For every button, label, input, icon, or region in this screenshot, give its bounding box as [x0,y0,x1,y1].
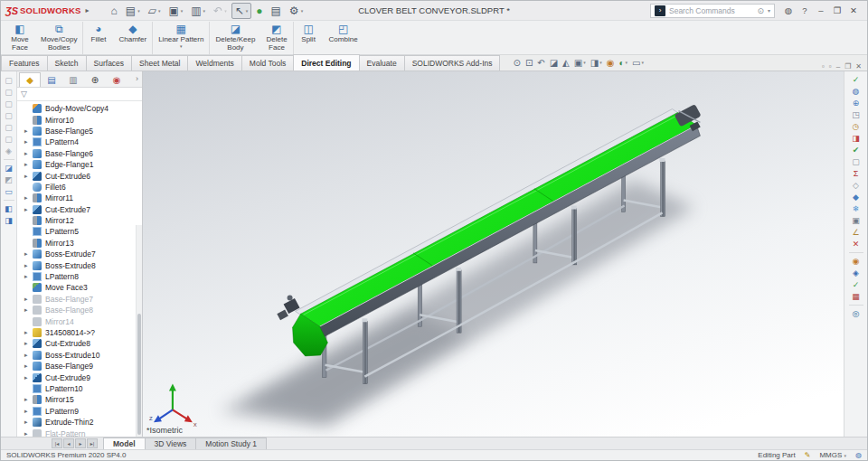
sheet-tab[interactable]: Motion Study 1 [195,437,267,449]
quick-access-button-undo[interactable]: ↶ [210,3,231,19]
right-toolbar-icon-target-tool[interactable]: ◎ [848,308,864,319]
ribbon-button[interactable]: ◰ Combine [324,22,363,54]
right-toolbar-icon-sep-2[interactable] [849,305,863,306]
quick-access-button-options[interactable]: ⚙ [286,3,307,19]
feature-tree-item[interactable]: ▸ 314508014->? [17,327,142,338]
panel-tab-displaymanager-tab[interactable]: ◉ [106,72,127,87]
right-toolbar-icon-trim-tool[interactable]: ◇ [848,180,864,191]
right-toolbar-icon-sensors[interactable]: ◷ [848,121,864,132]
feature-tree-item[interactable]: ▸ Mirror15 [17,394,142,405]
ribbon-tab[interactable]: Sheet Metal [131,55,188,71]
right-toolbar-icon-freeze-bar[interactable]: ❄ [848,203,864,214]
right-toolbar-icon-render-tools[interactable]: ◉ [848,256,864,267]
quick-access-button-print[interactable]: ▥ [187,3,209,19]
feature-tree-item[interactable]: ▸ Boss-Extrude10 [17,350,142,361]
window-control-button-restore[interactable]: ❐ [831,5,844,15]
feature-tree-item[interactable]: ▸ Mirror12 [17,215,142,226]
feature-tree-item[interactable]: ▸ Base-Flange9 [17,361,142,372]
view-tool-button-previous-view[interactable]: ↶ [536,58,545,68]
feature-tree-item[interactable]: ▸ Base-Flange5 [17,126,142,136]
expand-arrow-icon[interactable]: ▸ [24,296,33,303]
quick-access-button-new-document[interactable]: ▤ [122,3,144,19]
left-toolbar-icon-view-orientation-3[interactable]: ▢ [3,99,15,109]
left-toolbar-icon-view-orientation-6[interactable]: ▢ [3,134,15,145]
feature-tree-item[interactable]: ▸ Body-Move/Copy4 [17,103,142,114]
tab-nav-button-last-tab[interactable]: ▸| [87,438,98,448]
search-caret-icon[interactable]: ▾ [768,7,770,14]
window-control-button-close[interactable]: ✕ [847,5,860,15]
right-toolbar-icon-mass-properties[interactable]: ◳ [848,109,864,120]
view-tool-button-zoom-to-fit[interactable]: ⊙ [512,58,521,68]
left-toolbar-icon-display-monitor[interactable]: ▭ [3,186,15,197]
right-toolbar-icon-design-checker[interactable]: ◍ [848,86,864,97]
panel-tab-configurationmanager-tab[interactable]: ▥ [62,72,84,87]
left-toolbar-icon-view-orientation-4[interactable]: ▢ [3,110,15,121]
panel-flyout-arrow[interactable]: › [136,74,142,83]
left-toolbar-icon-sep-2[interactable] [4,200,14,201]
ribbon-tab[interactable]: Evaluate [359,55,405,71]
tree-scrollbar-thumb[interactable] [137,314,141,435]
expand-arrow-icon[interactable]: ▸ [24,206,33,213]
ribbon-button[interactable]: ⧉ Move/Copy Bodies [35,22,82,54]
right-toolbar-icon-measure[interactable]: ⊕ [848,98,864,108]
left-toolbar-icon-instant-3d[interactable]: ◩ [3,174,15,185]
expand-arrow-icon[interactable]: ▸ [24,352,33,359]
expand-arrow-icon[interactable]: ▸ [24,161,33,168]
expand-arrow-icon[interactable]: ▸ [24,273,33,280]
menu-expand-icon[interactable]: ▸ [86,6,90,14]
expand-arrow-icon[interactable]: ▸ [24,250,33,258]
feature-tree-item[interactable]: ▸ Mirror11 [17,193,142,203]
ribbon-tab[interactable]: SOLIDWORKS Add-Ins [404,55,501,71]
feature-tree-item[interactable]: ▸ Mirror14 [17,315,142,326]
feature-tree-item[interactable]: ▸ Cut-Extrude8 [17,338,142,349]
expand-arrow-icon[interactable]: ▸ [24,430,33,437]
ribbon-tab[interactable]: Sketch [47,55,87,71]
feature-tree-item[interactable]: ▸ Mirror13 [17,238,142,249]
feature-tree-item[interactable]: ▸ Base-Flange7 [17,294,142,305]
sheet-tab[interactable]: Model [103,437,146,449]
view-tool-button-apply-scene[interactable]: ◐ [618,58,628,68]
tab-nav-button-first-tab[interactable]: |◂ [52,438,62,448]
right-toolbar-icon-shell-tool[interactable]: ◆ [848,192,864,202]
search-commands-box[interactable]: › Search Commands ⊙ ▾ [650,4,775,18]
feature-tree-item[interactable]: ▸ Extrude-Thin2 [17,417,142,428]
view-tool-button-view-settings[interactable]: ▭ [631,58,645,68]
quick-access-button-rebuild[interactable]: ● [252,3,266,19]
solidworks-logo[interactable]: ƷS SOLIDWORKS ▸ [1,5,95,16]
tree-filter-row[interactable]: ▽ [17,88,142,101]
expand-arrow-icon[interactable]: ▸ [24,194,33,202]
panel-tab-dimxpertmanager-tab[interactable]: ⊕ [84,72,106,87]
expand-arrow-icon[interactable]: ▸ [24,408,33,415]
left-toolbar-icon-reference-geometry[interactable]: ◪ [3,163,15,174]
ribbon-button[interactable]: ◕ Fillet [82,22,113,54]
view-tool-button-display-style[interactable]: ▣ [573,58,587,68]
expand-arrow-icon[interactable]: ▸ [24,329,33,336]
tab-nav-button-prev-tab[interactable]: ◂ [63,438,74,448]
ribbon-button[interactable]: ◆ Chamfer [113,22,152,54]
ribbon-button[interactable]: ◩ Delete Face [260,22,292,54]
right-toolbar-icon-sep-1[interactable] [849,252,863,253]
feature-tree-item[interactable]: ▸ Base-Flange8 [17,305,142,315]
feature-tree-item[interactable]: ▸ LPattern4 [17,136,142,147]
left-toolbar-icon-view-orientation-1[interactable]: ▢ [3,75,15,86]
right-toolbar-icon-compare[interactable]: ▦ [848,291,864,302]
expand-arrow-icon[interactable]: ▸ [24,262,33,269]
left-toolbar-icon-sep-1[interactable] [4,159,14,160]
right-toolbar-icon-check-active[interactable]: ✓ [848,279,864,290]
feature-tree-item[interactable]: ▸ Move Face3 [17,282,142,293]
expand-arrow-icon[interactable]: ▸ [24,374,33,381]
feature-tree-item[interactable]: ▸ Flat-Pattern [17,428,142,437]
doc-window-button-doc-restore[interactable]: ❐ [844,62,851,71]
feature-tree-item[interactable]: ▸ Cut-Extrude6 [17,170,142,181]
feature-tree-item[interactable]: ▸ LPattern9 [17,406,142,417]
window-control-button-minimize[interactable]: – [815,5,827,15]
ribbon-button[interactable]: ▦ Linear Pattern [152,22,209,54]
feature-tree-item[interactable]: ▸ Base-Flange6 [17,148,142,159]
view-tool-button-section-view[interactable]: ◪ [549,58,559,68]
right-toolbar-icon-appearance-tool[interactable]: ◨ [848,133,864,144]
feature-tree-item[interactable]: ▸ Edge-Flange1 [17,159,142,170]
feature-tree-item[interactable]: ▸ LPattern8 [17,271,142,282]
expand-arrow-icon[interactable]: ▸ [24,419,33,426]
panel-tab-featuremanager-tab[interactable]: ◆ [19,72,41,87]
right-toolbar-icon-geometry-check[interactable]: ▢ [848,156,864,167]
